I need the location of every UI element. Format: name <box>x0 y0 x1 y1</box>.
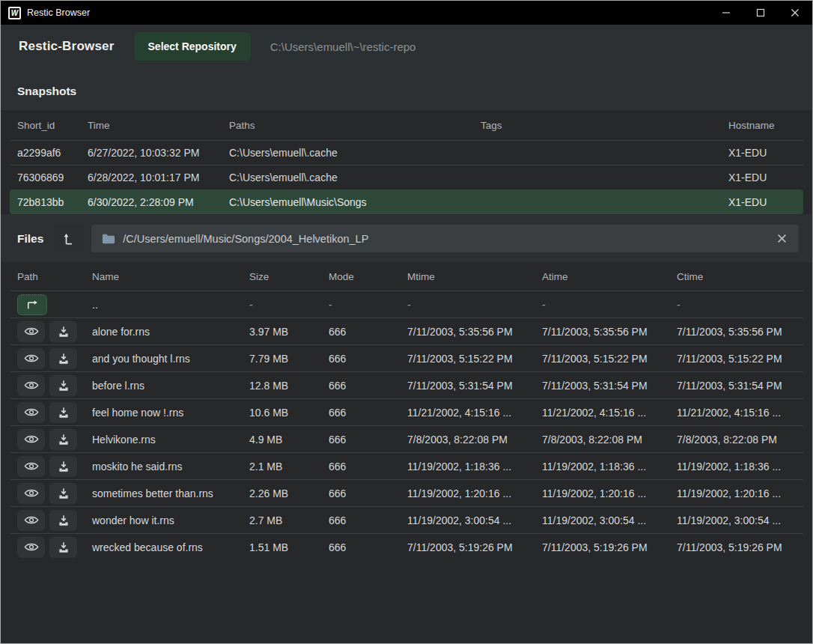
column-header-short-id: Short_id <box>10 120 80 131</box>
file-atime: 7/8/2003, 8:22:08 PM <box>535 434 669 446</box>
path-breadcrumb[interactable]: /C/Users/emuell/Music/Songs/2004_Helveti… <box>91 225 799 252</box>
file-row: alone for.rns 3.97 MB 666 7/11/2003, 5:3… <box>10 318 803 344</box>
column-header-size: Size <box>242 271 321 282</box>
file-mtime: 7/11/2003, 5:31:54 PM <box>400 380 535 392</box>
preview-file-button[interactable] <box>17 375 45 396</box>
file-ctime: 7/11/2003, 5:35:56 PM <box>669 326 803 338</box>
file-mtime: 7/11/2003, 5:19:26 PM <box>400 541 535 553</box>
window-title: Restic Browser <box>27 7 90 18</box>
snapshot-hostname: X1-EDU <box>721 196 803 208</box>
files-toolbar: Files /C/Users/emuell/Music/Songs/2004_H… <box>1 214 812 262</box>
go-parent-icon <box>25 300 39 310</box>
file-mode: 666 <box>321 541 400 553</box>
up-to-root-button[interactable] <box>53 225 83 252</box>
files-heading: Files <box>17 232 43 246</box>
preview-file-button[interactable] <box>17 402 45 423</box>
download-file-button[interactable] <box>49 348 77 369</box>
file-ctime: 11/19/2002, 1:18:36 ... <box>669 461 803 473</box>
file-row: wrecked because of.rns 1.51 MB 666 7/11/… <box>10 533 803 560</box>
file-size: - <box>242 299 321 311</box>
snapshot-paths: C:\Users\emuell\Music\Songs <box>222 196 473 208</box>
file-mode: - <box>321 299 400 311</box>
maximize-button[interactable] <box>743 1 778 25</box>
column-header-paths: Paths <box>222 120 473 131</box>
column-header-time: Time <box>80 120 222 131</box>
file-mtime: 7/8/2003, 8:22:08 PM <box>400 434 535 446</box>
file-mode: 666 <box>321 461 400 473</box>
maximize-icon <box>756 8 765 17</box>
download-file-button[interactable] <box>49 321 77 342</box>
snapshot-time: 6/30/2022, 2:28:09 PM <box>80 196 222 208</box>
file-name: sometimes better than.rns <box>85 487 242 499</box>
preview-eye-icon <box>24 461 39 472</box>
files-table-header: Path Name Size Mode Mtime Atime Ctime <box>10 262 803 291</box>
file-ctime: 11/21/2002, 4:15:16 ... <box>669 407 803 419</box>
snapshots-rows: a2299af6 6/27/2022, 10:03:32 PM C:\Users… <box>1 140 812 214</box>
preview-file-button[interactable] <box>17 456 45 477</box>
snapshot-row[interactable]: a2299af6 6/27/2022, 10:03:32 PM C:\Users… <box>10 140 803 165</box>
download-icon <box>58 326 70 338</box>
file-atime: - <box>535 299 669 311</box>
download-file-button[interactable] <box>49 402 77 423</box>
column-header-mode: Mode <box>321 271 400 282</box>
file-name: Helvikone.rns <box>85 434 242 446</box>
file-name: feel home now !.rns <box>85 407 242 419</box>
download-icon <box>58 353 70 365</box>
column-header-tags: Tags <box>473 120 721 131</box>
file-ctime: 11/19/2002, 3:00:54 ... <box>669 514 803 526</box>
preview-file-button[interactable] <box>17 429 45 450</box>
preview-file-button[interactable] <box>17 348 45 369</box>
download-file-button[interactable] <box>49 537 77 558</box>
snapshot-hostname: X1-EDU <box>721 147 803 159</box>
file-mtime: 7/11/2003, 5:15:22 PM <box>400 353 535 365</box>
file-mode: 666 <box>321 380 400 392</box>
file-name: before l.rns <box>85 380 242 392</box>
select-repository-button[interactable]: Select Repository <box>134 32 251 61</box>
file-atime: 7/11/2003, 5:15:22 PM <box>535 353 669 365</box>
file-mtime: 11/19/2002, 1:20:16 ... <box>400 487 535 499</box>
clear-path-button[interactable] <box>776 232 788 245</box>
file-name: and you thought l.rns <box>85 353 242 365</box>
snapshot-time: 6/28/2022, 10:01:17 PM <box>80 171 222 183</box>
preview-file-button[interactable] <box>17 483 45 504</box>
preview-eye-icon <box>24 407 39 418</box>
download-icon <box>58 407 70 419</box>
column-header-mtime: Mtime <box>400 271 535 282</box>
file-atime: 11/19/2002, 1:18:36 ... <box>535 461 669 473</box>
minimize-button[interactable] <box>709 1 743 25</box>
file-ctime: 7/11/2003, 5:31:54 PM <box>669 380 803 392</box>
file-mtime: 11/19/2002, 1:18:36 ... <box>400 461 535 473</box>
download-file-button[interactable] <box>49 483 77 504</box>
snapshot-row[interactable]: 76306869 6/28/2022, 10:01:17 PM C:\Users… <box>10 165 803 189</box>
parent-directory-row: .. - - - - - <box>10 291 803 318</box>
file-mode: 666 <box>321 514 400 526</box>
file-ctime: 7/11/2003, 5:15:22 PM <box>669 353 803 365</box>
file-size: 10.6 MB <box>242 407 321 419</box>
preview-eye-icon <box>24 514 39 526</box>
preview-eye-icon <box>24 487 39 499</box>
close-button[interactable] <box>778 1 812 25</box>
column-header-atime: Atime <box>535 271 669 282</box>
file-mode: 666 <box>321 326 400 338</box>
file-mode: 666 <box>321 434 400 446</box>
minimize-icon <box>722 8 731 17</box>
download-file-button[interactable] <box>49 429 77 450</box>
preview-file-button[interactable] <box>17 321 45 342</box>
files-rows: alone for.rns 3.97 MB 666 7/11/2003, 5:3… <box>1 318 812 560</box>
snapshot-row[interactable]: 72b813bb 6/30/2022, 2:28:09 PM C:\Users\… <box>10 189 803 214</box>
preview-file-button[interactable] <box>17 510 45 531</box>
snapshots-heading: Snapshots <box>1 68 812 110</box>
snapshots-table-header: Short_id Time Paths Tags Hostname <box>10 110 803 140</box>
file-row: feel home now !.rns 10.6 MB 666 11/21/20… <box>10 398 803 425</box>
download-file-button[interactable] <box>49 375 77 396</box>
download-file-button[interactable] <box>49 510 77 531</box>
file-name: wrecked because of.rns <box>85 541 242 553</box>
file-name[interactable]: .. <box>85 299 242 311</box>
file-size: 12.8 MB <box>242 380 321 392</box>
go-parent-button[interactable] <box>17 294 47 315</box>
preview-file-button[interactable] <box>17 537 45 558</box>
files-table: Path Name Size Mode Mtime Atime Ctime ..… <box>1 262 812 643</box>
download-icon <box>58 541 70 553</box>
file-size: 2.26 MB <box>242 487 321 499</box>
download-file-button[interactable] <box>49 456 77 477</box>
